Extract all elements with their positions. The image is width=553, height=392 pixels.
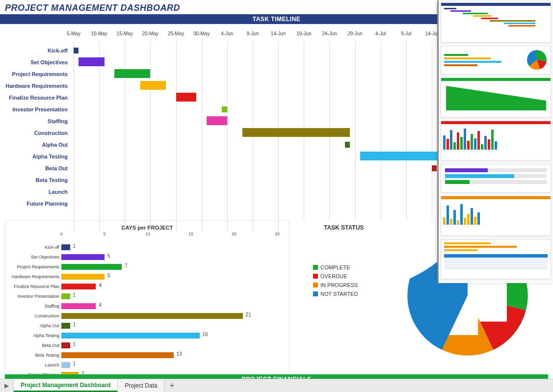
- gantt-row: Hardware Requirements: [74, 80, 500, 92]
- bar-value: 16: [203, 332, 208, 337]
- thumb-orange-bars[interactable]: [441, 196, 551, 236]
- bar-value: 4: [99, 302, 102, 308]
- gantt-bar: [74, 48, 79, 53]
- gantt-bar: [345, 142, 350, 148]
- bar-row: Investor Presentation1: [61, 291, 284, 301]
- gantt-task-label: Launch: [49, 189, 68, 195]
- bar: [61, 362, 70, 368]
- gantt-row: Launch: [74, 186, 500, 198]
- gantt-row: Kick-off: [74, 45, 500, 56]
- gantt-row: Finalize Resource Plan: [74, 92, 500, 104]
- bar-value: 4: [99, 283, 102, 288]
- gantt-tick: 20-May: [150, 31, 166, 45]
- sheet-tab-project-data[interactable]: Project Data: [118, 379, 164, 392]
- gantt-row: Staffing: [74, 115, 500, 127]
- gantt-row: Alpha Testing: [74, 151, 500, 162]
- thumbnail-strip[interactable]: [437, 0, 553, 283]
- bar-label: Alpha Testing: [33, 333, 59, 338]
- sheet-tab-bar: ▶ Project Management Dashboard Project D…: [0, 379, 553, 392]
- sheet-nav-right-icon[interactable]: ▶: [0, 379, 14, 392]
- bar-label: Project Requirements: [17, 264, 59, 269]
- thumb-bars-pie[interactable]: [441, 46, 551, 75]
- gantt-row: Set Objectives: [74, 56, 500, 68]
- bar-label: Set Objectives: [31, 255, 59, 260]
- bar-label: Finalize Resource Plan: [14, 284, 59, 289]
- bar: [61, 303, 96, 309]
- legend-label: NOT STARTED: [320, 291, 358, 297]
- bar-value: 5: [107, 253, 110, 259]
- sheet-add-button[interactable]: +: [164, 379, 179, 392]
- bar-row: Construction21: [61, 311, 284, 321]
- gantt-tick: 4-Jun: [227, 31, 239, 45]
- gantt-tick: 15-May: [125, 31, 141, 45]
- gantt-task-label: Kick-off: [48, 48, 68, 53]
- bar-value: 21: [246, 312, 251, 317]
- gantt-tick: 9-Jul: [406, 31, 417, 45]
- gantt-bar: [222, 106, 227, 112]
- bar: [61, 244, 70, 250]
- pie-legend: COMPLETEOVERDUEIN PROGRESSNOT STARTED: [313, 264, 358, 300]
- thumb-red-bars[interactable]: [441, 121, 551, 161]
- gantt-row: Future Planning: [74, 198, 500, 209]
- gantt-tick: 4-Jul: [381, 31, 392, 45]
- gantt-tick: 29-Jun: [355, 31, 370, 45]
- gantt-tick: 14-Jun: [278, 31, 293, 45]
- gantt-task-label: Staffing: [48, 118, 68, 124]
- gantt-bar: [432, 165, 437, 171]
- bar-row: Finalize Resource Plan4: [61, 282, 284, 291]
- gantt-bar: [207, 116, 227, 125]
- gantt-bar: [79, 57, 104, 66]
- gantt-task-label: Alpha Out: [42, 142, 68, 148]
- thumb-progress[interactable]: [441, 164, 551, 193]
- days-title: DAYS per PROJECT: [10, 225, 284, 231]
- days-per-project-panel: DAYS per PROJECT 0510152025 Kick-off1Set…: [5, 220, 290, 391]
- legend-item: COMPLETE: [313, 264, 358, 270]
- bar-row: Hardware Requirements5: [61, 272, 284, 282]
- gantt-bar: [140, 81, 166, 90]
- gantt-tick: 5-May: [74, 31, 87, 45]
- gantt-bar: [176, 93, 197, 102]
- bar: [61, 293, 70, 299]
- gantt-tick: 10-May: [99, 31, 115, 45]
- gantt-task-label: Alpha Testing: [32, 154, 68, 159]
- bar-value: 1: [73, 292, 76, 298]
- gantt-row: Beta Out: [74, 162, 500, 174]
- legend-swatch: [313, 274, 318, 279]
- bar: [61, 342, 70, 348]
- bar: [61, 274, 105, 280]
- sheet-tab-active[interactable]: Project Management Dashboard: [14, 379, 118, 392]
- bar-value: 7: [125, 263, 128, 268]
- gantt-task-label: Construction: [34, 130, 68, 136]
- gantt-tick: 25-May: [176, 31, 192, 45]
- bar-row: Alpha Testing16: [61, 331, 284, 340]
- bar-label: Hardware Requirements: [11, 274, 59, 279]
- gantt-tick: 19-Jun: [304, 31, 319, 45]
- gantt-task-label: Future Planning: [26, 201, 68, 207]
- bar: [61, 313, 243, 319]
- thumb-gantt[interactable]: [441, 2, 551, 43]
- gantt-row: Alpha Out: [74, 139, 500, 151]
- thumb-blue-table[interactable]: [441, 239, 551, 279]
- bar-row: Set Objectives5: [61, 252, 284, 262]
- bar: [61, 323, 70, 329]
- bar-row: Beta Out1: [61, 340, 284, 350]
- bar-value: 13: [177, 351, 182, 357]
- legend-swatch: [313, 283, 318, 287]
- thumb-green-area[interactable]: [441, 78, 551, 118]
- bar-label: Kick-off: [45, 245, 59, 250]
- legend-item: OVERDUE: [313, 273, 358, 279]
- bar-tick: 15: [188, 232, 193, 236]
- gantt-row: Beta Testing: [74, 174, 500, 186]
- bar: [61, 333, 200, 339]
- gantt-tick: 30-May: [202, 31, 218, 45]
- gantt-row: Construction: [74, 127, 500, 139]
- bar-label: Construction: [34, 314, 59, 318]
- gantt-task-label: Beta Out: [45, 165, 68, 171]
- gantt-bar: [360, 152, 442, 160]
- gantt-task-label: Set Objectives: [30, 59, 68, 65]
- legend-label: COMPLETE: [320, 264, 350, 270]
- legend-label: IN PROGRESS: [320, 282, 358, 288]
- gantt-task-label: Project Requirements: [12, 71, 68, 77]
- svg-marker-0: [446, 86, 546, 110]
- bar-label: Launch: [45, 363, 59, 367]
